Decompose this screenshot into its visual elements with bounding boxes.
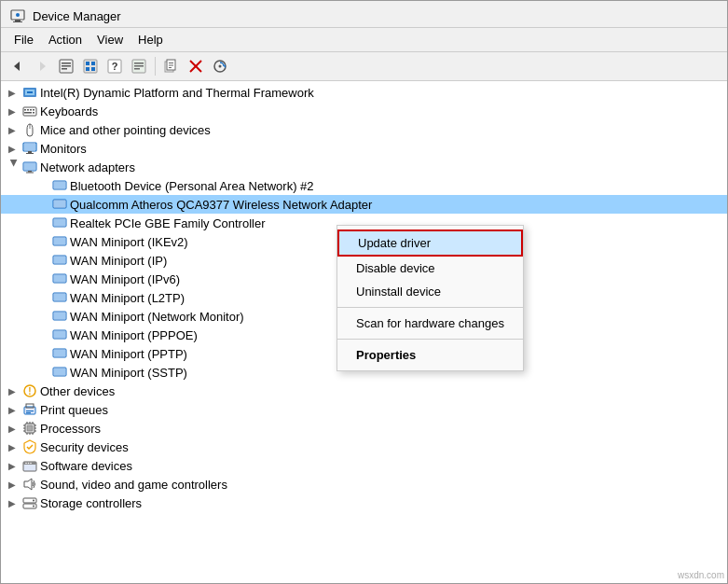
label-software: Software devices [40, 459, 136, 473]
tree-item-sound[interactable]: ▶ Sound, video and game controllers [1, 475, 727, 494]
context-menu-disable-device[interactable]: Disable device [337, 257, 523, 280]
svg-rect-25 [169, 67, 172, 68]
svg-point-94 [25, 463, 27, 465]
tree-item-other[interactable]: ▶ ! Other devices [1, 382, 727, 400]
svg-rect-61 [54, 275, 65, 282]
label-wan1: WAN Miniport (IKEv2) [70, 235, 192, 249]
context-menu-properties[interactable]: Properties [337, 343, 523, 367]
icon-bluetooth [52, 178, 67, 193]
svg-rect-39 [24, 112, 32, 114]
tree-item-mice[interactable]: ▶ Mice and other pointing devices [1, 120, 727, 139]
svg-rect-19 [134, 65, 144, 67]
svg-marker-4 [14, 62, 20, 71]
svg-rect-51 [54, 182, 65, 188]
menu-file[interactable]: File [7, 30, 41, 49]
menu-action[interactable]: Action [41, 30, 89, 49]
menu-view[interactable]: View [89, 30, 130, 49]
tree-item-processors[interactable]: ▶ [1, 419, 727, 438]
context-menu-update-driver[interactable]: Update driver [337, 229, 523, 257]
icon-print [22, 402, 37, 417]
title-bar-text: Device Manager [33, 9, 121, 23]
toolbar-btn-3[interactable] [128, 55, 150, 77]
label-wan3: WAN Miniport (IPv6) [70, 272, 184, 286]
svg-rect-69 [54, 350, 65, 356]
expand-monitors[interactable]: ▶ [5, 141, 20, 156]
label-wan5: WAN Miniport (Network Monitor) [70, 310, 248, 324]
expand-software[interactable]: ▶ [5, 458, 20, 473]
expand-other[interactable]: ▶ [5, 383, 20, 398]
expand-mice[interactable]: ▶ [5, 122, 20, 137]
label-security: Security devices [40, 440, 132, 454]
svg-rect-49 [26, 173, 34, 174]
content-area: ▶ Intel(R) Dynamic Platform and Thermal … [1, 81, 727, 583]
device-manager-window: Device Manager File Action View Help [0, 0, 728, 584]
icon-wan5 [52, 309, 67, 324]
expand-processors[interactable]: ▶ [5, 421, 20, 436]
svg-text:?: ? [112, 61, 118, 72]
label-realtek: Realtek PCIe GBE Family Controller [70, 216, 269, 230]
label-monitors: Monitors [40, 142, 90, 156]
tree-item-bluetooth[interactable]: ▶ Bluetooth Device (Personal Area Networ… [1, 176, 727, 195]
svg-rect-13 [86, 67, 89, 71]
label-intel: Intel(R) Dynamic Platform and Thermal Fr… [40, 86, 318, 100]
svg-marker-5 [40, 62, 46, 71]
icon-wan7 [52, 346, 67, 361]
forward-button[interactable] [31, 55, 53, 77]
svg-rect-43 [24, 144, 35, 150]
expand-storage[interactable]: ▶ [5, 495, 20, 510]
svg-point-101 [33, 506, 34, 508]
icon-wan3 [52, 271, 67, 286]
expand-security[interactable]: ▶ [5, 439, 20, 454]
expand-network[interactable]: ▶ [5, 160, 20, 174]
svg-rect-55 [54, 219, 65, 226]
icon-other: ! [22, 383, 37, 398]
tree-item-security[interactable]: ▶ Security devices [1, 438, 727, 456]
svg-text:!: ! [28, 386, 31, 396]
context-menu-scan[interactable]: Scan for hardware changes [337, 312, 523, 335]
svg-rect-93 [23, 462, 36, 465]
tree-item-storage[interactable]: ▶ Storage controllers [1, 494, 727, 512]
svg-rect-37 [30, 109, 32, 111]
back-button[interactable] [7, 55, 29, 77]
svg-rect-40 [33, 112, 34, 114]
toolbar-btn-refresh[interactable] [209, 55, 231, 77]
svg-rect-24 [169, 65, 173, 66]
icon-monitors [22, 141, 37, 156]
context-menu-uninstall-device[interactable]: Uninstall device [337, 280, 523, 303]
svg-rect-57 [54, 238, 65, 244]
label-print: Print queues [40, 403, 112, 417]
toolbar-btn-2[interactable] [79, 55, 102, 77]
icon-mice [22, 122, 37, 137]
label-wan2: WAN Miniport (IP) [70, 254, 171, 268]
toolbar-btn-add[interactable] [160, 55, 183, 77]
toolbar: ? [1, 52, 727, 81]
label-bluetooth: Bluetooth Device (Personal Area Network)… [70, 179, 318, 193]
svg-rect-79 [27, 425, 33, 431]
tree-item-intel[interactable]: ▶ Intel(R) Dynamic Platform and Thermal … [1, 83, 727, 102]
svg-rect-77 [26, 412, 31, 413]
svg-rect-63 [54, 294, 65, 300]
svg-rect-14 [91, 67, 95, 71]
expand-print[interactable]: ▶ [5, 402, 20, 417]
tree-item-keyboards[interactable]: ▶ Keyboards [1, 102, 727, 120]
expand-intel[interactable]: ▶ [5, 85, 20, 100]
icon-realtek [52, 216, 67, 230]
tree-item-monitors[interactable]: ▶ Monitors [1, 139, 727, 158]
svg-rect-48 [28, 171, 32, 173]
tree-item-network[interactable]: ▶ Network adapters [1, 158, 727, 176]
toolbar-btn-remove[interactable] [185, 55, 207, 77]
icon-wan8 [52, 365, 67, 380]
toolbar-btn-help[interactable]: ? [103, 55, 126, 77]
icon-wan6 [52, 327, 67, 342]
svg-rect-45 [26, 153, 34, 154]
label-keyboards: Keyboards [40, 104, 102, 118]
label-processors: Processors [40, 422, 104, 436]
svg-rect-20 [134, 68, 140, 70]
expand-keyboards[interactable]: ▶ [5, 104, 20, 118]
menu-help[interactable]: Help [130, 30, 171, 49]
tree-item-qualcomm[interactable]: ▶ Qualcomm Atheros QCA9377 Wireless Netw… [1, 195, 727, 214]
tree-item-print[interactable]: ▶ Print queues [1, 400, 727, 419]
expand-sound[interactable]: ▶ [5, 477, 20, 492]
tree-item-software[interactable]: ▶ Software devices [1, 456, 727, 475]
toolbar-btn-properties[interactable] [55, 55, 77, 77]
